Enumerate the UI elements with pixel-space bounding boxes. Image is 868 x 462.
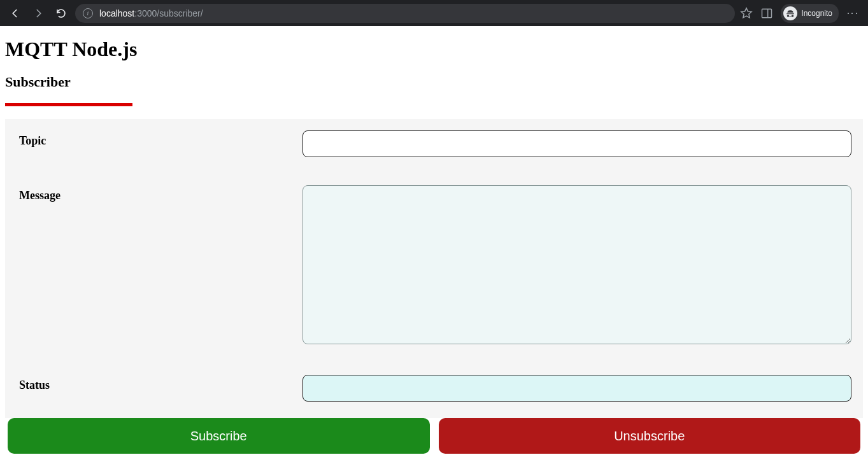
status-label: Status [19, 375, 302, 402]
svg-rect-0 [762, 9, 772, 17]
message-row: Message [19, 185, 851, 347]
message-textarea[interactable] [302, 185, 851, 344]
chrome-right-controls: Incognito ⋮ [740, 4, 862, 23]
incognito-label: Incognito [801, 9, 832, 18]
page-title: MQTT Node.js [5, 38, 863, 61]
bookmark-star-icon[interactable] [740, 7, 753, 20]
topic-label: Topic [19, 130, 302, 157]
browser-toolbar: i localhost:3000/subscriber/ Incognito ⋮ [0, 0, 868, 26]
address-bar[interactable]: i localhost:3000/subscriber/ [75, 4, 735, 23]
page-subtitle: Subscriber [5, 74, 863, 90]
back-button[interactable] [6, 4, 24, 22]
incognito-icon [783, 6, 797, 20]
status-row: Status [19, 375, 851, 402]
page-content: MQTT Node.js Subscriber Topic Message St… [0, 26, 868, 462]
message-label: Message [19, 185, 302, 347]
subscribe-button[interactable]: Subscribe [8, 418, 430, 454]
topic-row: Topic [19, 130, 851, 157]
forward-button[interactable] [29, 4, 47, 22]
form-panel: Topic Message Status [5, 119, 863, 418]
side-panel-icon[interactable] [760, 7, 773, 20]
kebab-menu-icon[interactable]: ⋮ [846, 7, 859, 20]
incognito-badge[interactable]: Incognito [781, 4, 839, 23]
url-text: localhost:3000/subscriber/ [99, 8, 203, 18]
accent-divider [5, 103, 132, 106]
reload-button[interactable] [52, 4, 70, 22]
unsubscribe-button[interactable]: Unsubscribe [439, 418, 861, 454]
status-input[interactable] [302, 375, 851, 402]
site-info-icon[interactable]: i [83, 8, 93, 18]
button-row: Subscribe Unsubscribe [5, 418, 863, 456]
topic-input[interactable] [302, 130, 851, 157]
